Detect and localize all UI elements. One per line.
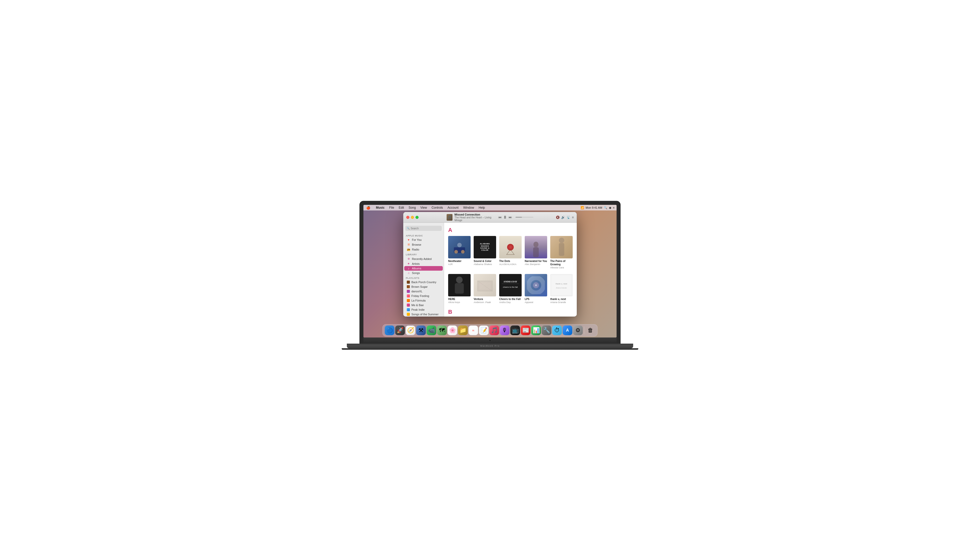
sidebar-item-la-formula[interactable]: La Fórmula bbox=[404, 298, 443, 303]
sidebar-item-songs-summer[interactable]: Songs of the Summer bbox=[404, 312, 443, 317]
dock-folder[interactable]: 📁 bbox=[458, 326, 468, 335]
sidebar-artists-label: Artists bbox=[412, 262, 420, 265]
album-ventura[interactable]: Ventura Anderson .Paak bbox=[474, 274, 496, 303]
dock-appstore[interactable]: A bbox=[563, 326, 573, 335]
sidebar-item-brown-sugar[interactable]: Brown Sugar bbox=[404, 284, 443, 289]
now-playing-title: Missed Connection bbox=[455, 213, 494, 216]
menubar-file[interactable]: File bbox=[388, 206, 395, 210]
album-lp5[interactable]: LP5 Apparat bbox=[525, 274, 547, 303]
albums-grid-a: Neotheater AJR ALABAMASHAKESSOUND &COLOR… bbox=[448, 236, 573, 269]
sidebar-item-danceXL[interactable]: danceXL bbox=[404, 289, 443, 294]
apple-menu[interactable]: 🍎 bbox=[366, 206, 371, 210]
dock-calendar[interactable]: 31 bbox=[469, 326, 478, 335]
progress-bar[interactable] bbox=[515, 217, 533, 218]
queue-icon[interactable]: ≡ bbox=[572, 216, 574, 219]
album-narrated[interactable]: Narrarated for You Alec Benjamin bbox=[525, 236, 547, 269]
sidebar-albums-label: Albums bbox=[412, 267, 422, 270]
svg-rect-8 bbox=[558, 243, 564, 256]
sidebar-item-browse[interactable]: ⊞ Browse bbox=[404, 242, 443, 247]
close-button[interactable] bbox=[406, 216, 409, 219]
album-alabama-shakes[interactable]: ALABAMASHAKESSOUND &COLOR Sound & Color … bbox=[474, 236, 496, 269]
album-artist-here: Alicia Keys bbox=[448, 301, 471, 303]
album-dots[interactable]: The Dots ALASKALASKA bbox=[499, 236, 522, 269]
clock: Mon 9:41 AM bbox=[586, 206, 602, 209]
menubar-song[interactable]: Song bbox=[408, 206, 417, 210]
dock-music[interactable]: 🎵 bbox=[490, 326, 499, 335]
fullscreen-button[interactable] bbox=[415, 216, 418, 219]
dock-trash[interactable]: 🗑 bbox=[586, 326, 595, 335]
menubar-view[interactable]: View bbox=[420, 206, 428, 210]
now-playing-info: Missed Connection The Head and the Heart… bbox=[455, 213, 494, 222]
siri-icon[interactable]: ◉ bbox=[609, 206, 611, 210]
menubar-edit[interactable]: Edit bbox=[398, 206, 405, 210]
radio-icon: 📻 bbox=[407, 248, 410, 251]
dock: 🔵 🚀 🧭 ⚒ 📹 🗺 🌸 bbox=[383, 324, 598, 337]
album-artist-lp5: Apparat bbox=[525, 301, 547, 303]
sidebar-item-artists[interactable]: ★ Artists bbox=[404, 261, 443, 266]
dock-maps[interactable]: 🗺 bbox=[437, 326, 447, 335]
heart-icon: ♥ bbox=[407, 238, 410, 241]
album-artist-dots: ALASKALASKA bbox=[499, 263, 522, 265]
sidebar-item-back-porch[interactable]: Back Porch Country bbox=[404, 280, 443, 284]
dock-sysprefs[interactable]: ⚙ bbox=[573, 326, 583, 335]
laptop-base: MacBook Pro bbox=[347, 344, 633, 348]
dock-facetime[interactable]: 📹 bbox=[427, 326, 436, 335]
menubar-controls[interactable]: Controls bbox=[431, 206, 444, 210]
menubar-window[interactable]: Window bbox=[463, 206, 475, 210]
sidebar-item-songs[interactable]: ♫ Songs bbox=[404, 271, 443, 275]
dock-podcasts[interactable]: 🎙 bbox=[500, 326, 510, 335]
album-cheers[interactable]: ANDRA DAY cheers to the fall Cheers to t… bbox=[499, 274, 522, 303]
sidebar-recently-added-label: Recently Added bbox=[412, 257, 431, 260]
album-pains[interactable]: The Pains of Growing Alessia Cara bbox=[550, 236, 573, 269]
sidebar: 🔍 Apple Music ♥ For You ⊞ Browse bbox=[403, 223, 444, 317]
sidebar-item-for-you[interactable]: ♥ For You bbox=[404, 238, 443, 242]
menubar-app-name[interactable]: Music bbox=[375, 206, 385, 210]
dock-photos[interactable]: 🌸 bbox=[448, 326, 457, 335]
album-here[interactable]: HERE Alicia Keys bbox=[448, 274, 471, 303]
album-artist-cheers: Andra Day bbox=[499, 301, 522, 303]
sidebar-item-friday-feeling[interactable]: Friday Feeling bbox=[404, 294, 443, 298]
screen-chin bbox=[363, 338, 617, 344]
control-center-icon[interactable]: ≡ bbox=[613, 206, 614, 209]
now-playing: 🎵 Missed Connection The Head and the Hea… bbox=[447, 213, 533, 222]
dock-news[interactable]: 📰 bbox=[521, 326, 531, 335]
album-art-cheers: ANDRA DAY cheers to the fall bbox=[499, 274, 522, 297]
songs-icon: ♫ bbox=[407, 272, 410, 275]
dock-launchpad[interactable]: 🚀 bbox=[395, 326, 405, 335]
search-input[interactable] bbox=[410, 227, 440, 230]
menubar-help[interactable]: Help bbox=[478, 206, 486, 210]
playlist-peak-indie-label: Peak Indie bbox=[411, 308, 425, 311]
sidebar-item-peak-indie[interactable]: Peak Indie bbox=[404, 307, 443, 312]
svg-point-20 bbox=[535, 284, 537, 286]
volume-icon[interactable]: 🔊 bbox=[561, 216, 565, 219]
dock-appletv[interactable]: 📺 bbox=[511, 326, 520, 335]
mute-icon[interactable]: 🔇 bbox=[556, 216, 560, 219]
search-bar[interactable]: 🔍 bbox=[405, 226, 442, 231]
album-neotheater[interactable]: Neotheater AJR bbox=[448, 236, 471, 269]
dock-xcode[interactable]: ⚒ bbox=[416, 326, 426, 335]
sidebar-item-radio[interactable]: 📻 Radio bbox=[404, 247, 443, 252]
sidebar-item-me-bae[interactable]: Me & Bae bbox=[404, 303, 443, 307]
forward-button[interactable]: ⏭ bbox=[509, 215, 512, 219]
dock-safari[interactable]: 🧭 bbox=[406, 326, 415, 335]
titlebar: 🎵 Missed Connection The Head and the Hea… bbox=[403, 212, 577, 223]
now-playing-art: 🎵 bbox=[447, 214, 452, 221]
dock-instruments[interactable]: 🔧 bbox=[542, 326, 552, 335]
search-icon[interactable]: 🔍 bbox=[604, 206, 608, 210]
apple-music-section-label: Apple Music bbox=[403, 233, 444, 238]
album-thank[interactable]: thank u, next Ariana Grande thank u, nex… bbox=[550, 274, 573, 303]
minimize-button[interactable] bbox=[411, 216, 414, 219]
playlist-me-bae-label: Me & Bae bbox=[411, 303, 424, 306]
dock-reminders[interactable]: 📝 bbox=[479, 326, 489, 335]
pause-button[interactable]: ⏸ bbox=[503, 215, 507, 220]
sidebar-item-albums[interactable]: ♪ Albums bbox=[404, 266, 443, 271]
now-playing-subtitle: The Head and the Heart – Living Mirage bbox=[455, 216, 494, 222]
dock-numbers[interactable]: 📊 bbox=[531, 326, 541, 335]
dock-finder[interactable]: 🔵 bbox=[385, 326, 395, 335]
rewind-button[interactable]: ⏮ bbox=[498, 215, 501, 219]
music-window: 🎵 Missed Connection The Head and the Hea… bbox=[403, 212, 577, 317]
airplay-icon[interactable]: 📡 bbox=[566, 216, 570, 219]
dock-screen-time[interactable]: ⏱ bbox=[552, 326, 562, 335]
menubar-account[interactable]: Account bbox=[447, 206, 460, 210]
sidebar-item-recently-added[interactable]: ⊕ Recently Added bbox=[404, 256, 443, 261]
